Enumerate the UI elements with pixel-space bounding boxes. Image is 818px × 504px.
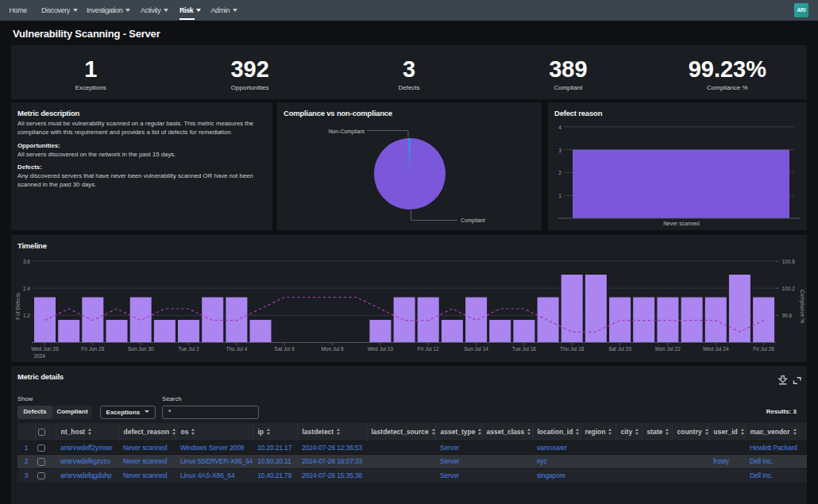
svg-text:2.4: 2.4 xyxy=(23,286,30,291)
svg-text:Tue Jul 16: Tue Jul 16 xyxy=(512,346,536,352)
svg-text:3.6: 3.6 xyxy=(23,259,30,264)
svg-text:Non-Compliant: Non-Compliant xyxy=(329,129,365,135)
svg-text:100.8: 100.8 xyxy=(782,259,796,264)
svg-text:2: 2 xyxy=(558,170,561,175)
svg-text:Sat Jul 6: Sat Jul 6 xyxy=(275,346,295,352)
svg-text:Mon Jul 22: Mon Jul 22 xyxy=(655,346,681,352)
svg-text:Fri Jul 12: Fri Jul 12 xyxy=(418,346,439,352)
svg-text:Tue Jul 2: Tue Jul 2 xyxy=(178,346,199,352)
svg-text:Sun Jul 14: Sun Jul 14 xyxy=(464,346,488,352)
svg-text:Sun Jun 30: Sun Jun 30 xyxy=(128,346,154,352)
svg-text:4: 4 xyxy=(558,125,561,130)
svg-text:Thu Jul 18: Thu Jul 18 xyxy=(560,346,585,352)
svg-text:3: 3 xyxy=(558,148,561,153)
svg-text:100.2: 100.2 xyxy=(782,286,796,291)
svg-text:Thu Jul 4: Thu Jul 4 xyxy=(226,346,248,352)
svg-text:99.6: 99.6 xyxy=(782,313,793,318)
svg-text:Fri Jun 28: Fri Jun 28 xyxy=(81,346,104,352)
svg-text:Fri Jul 26: Fri Jul 26 xyxy=(753,346,774,352)
svg-text:1: 1 xyxy=(558,193,561,198)
svg-text:Sat Jul 20: Sat Jul 20 xyxy=(608,346,631,352)
svg-text:2024: 2024 xyxy=(34,353,46,359)
svg-text:Compliant: Compliant xyxy=(461,217,485,224)
svg-text:Wed Jul 24: Wed Jul 24 xyxy=(703,346,729,352)
svg-text:Mon Jul 8: Mon Jul 8 xyxy=(321,346,344,352)
svg-text:1.2: 1.2 xyxy=(23,313,30,318)
svg-text:Wed Jun 26: Wed Jun 26 xyxy=(31,346,59,352)
svg-text:Never scanned: Never scanned xyxy=(663,221,700,226)
svg-text:# of Defects: # of Defects xyxy=(15,292,21,320)
svg-text:Wed Jul 10: Wed Jul 10 xyxy=(368,346,394,352)
svg-text:Compliance %: Compliance % xyxy=(799,290,805,323)
